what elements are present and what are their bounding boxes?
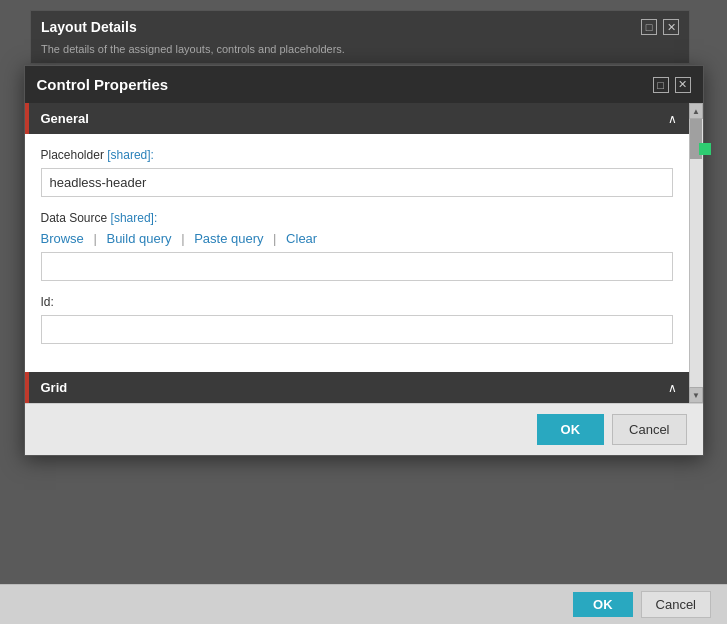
modal-maximize-button[interactable]: □ xyxy=(653,77,669,93)
modal-footer: OK Cancel xyxy=(25,403,703,455)
control-properties-modal: Control Properties □ ✕ General ∧ Placeho… xyxy=(24,65,704,456)
modal-titlebar: Control Properties □ ✕ xyxy=(25,66,703,103)
scrollbar-up-arrow[interactable]: ▲ xyxy=(689,103,703,119)
modal-close-button[interactable]: ✕ xyxy=(675,77,691,93)
placeholder-shared-label: [shared]: xyxy=(107,148,154,162)
ok-button[interactable]: OK xyxy=(537,414,605,445)
grid-section-header[interactable]: Grid ∧ xyxy=(25,372,689,403)
modal-title: Control Properties xyxy=(37,76,169,93)
build-query-link[interactable]: Build query xyxy=(100,231,177,246)
modal-body: General ∧ Placeholder [shared]: Data Sou… xyxy=(25,103,703,403)
scrollbar-track[interactable] xyxy=(690,119,703,387)
green-status-dot xyxy=(699,143,711,155)
clear-link[interactable]: Clear xyxy=(280,231,323,246)
general-section-chevron: ∧ xyxy=(668,112,677,126)
browse-link[interactable]: Browse xyxy=(41,231,90,246)
datasource-links: Browse | Build query | Paste query | Cle… xyxy=(41,231,673,246)
general-form-content: Placeholder [shared]: Data Source [share… xyxy=(25,134,689,372)
paste-query-link[interactable]: Paste query xyxy=(188,231,269,246)
id-input[interactable] xyxy=(41,315,673,344)
grid-section-title: Grid xyxy=(41,380,68,395)
placeholder-input[interactable] xyxy=(41,168,673,197)
datasource-label: Data Source [shared]: xyxy=(41,211,673,225)
datasource-shared-label: [shared]: xyxy=(111,211,158,225)
modal-content: General ∧ Placeholder [shared]: Data Sou… xyxy=(25,103,689,403)
placeholder-label: Placeholder [shared]: xyxy=(41,148,673,162)
general-section-header[interactable]: General ∧ xyxy=(25,103,689,134)
modal-titlebar-controls: □ ✕ xyxy=(653,77,691,93)
id-label: Id: xyxy=(41,295,673,309)
modal-overlay: Control Properties □ ✕ General ∧ Placeho… xyxy=(0,0,727,624)
cancel-button[interactable]: Cancel xyxy=(612,414,686,445)
grid-section-chevron: ∧ xyxy=(668,381,677,395)
general-section-title: General xyxy=(41,111,89,126)
scrollbar-down-arrow[interactable]: ▼ xyxy=(689,387,703,403)
datasource-input[interactable] xyxy=(41,252,673,281)
